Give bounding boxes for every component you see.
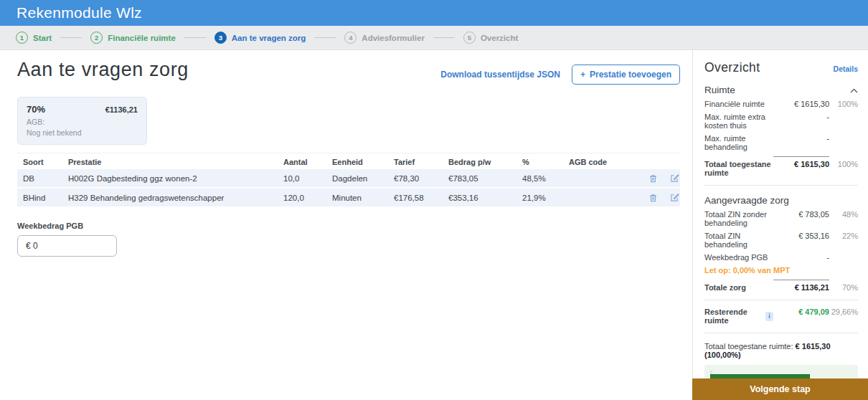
divider [704,300,858,300]
ruimte-total-row: Totaal toegestane ruimte € 1615,30 100% [704,156,858,177]
download-json-link[interactable]: Download tussentijdse JSON [440,70,560,80]
step-connector [184,37,206,39]
summary-amount: €1136,21 [105,105,138,114]
step-number: 1 [16,32,28,44]
col-bedrag: Bedrag p/w [448,158,522,166]
overview-sidebar: Overzicht Details Ruimte Financiële ruim… [692,50,868,378]
trash-icon [648,173,658,183]
zorg-row: Totaal ZIN behandeling € 353,16 22% [704,232,858,249]
wizard-stepper: 1 Start 2 Financiële ruimte 3 Aan te vra… [0,26,868,50]
cell-tarief: €176,58 [394,194,448,202]
step-financiele-ruimte[interactable]: 2 Financiële ruimte [90,32,176,44]
edit-icon [670,193,679,202]
col-eenheid: Eenheid [332,158,394,166]
page-title: Aan te vragen zorg [17,59,189,81]
budget-summary-card: 70% €1136,21 AGB: Nog niet bekend [17,97,147,145]
add-prestatie-button[interactable]: + Prestatie toevoegen [572,65,680,85]
delete-row-button[interactable] [648,192,659,203]
plus-icon: + [580,70,585,80]
collapse-ruimte-button[interactable] [850,85,858,95]
cell-eenheid: Dagdelen [332,174,394,183]
resterende-ruimte-pct: 29,66% [829,308,858,316]
divider [704,333,858,333]
col-tarief: Tarief [394,158,448,166]
cell-pct: 48,5% [522,174,569,183]
step-label: Aan te vragen zorg [232,34,306,42]
cell-bedrag: €353,16 [448,194,522,202]
rekenmodule-app: Rekenmodule Wlz 1 Start 2 Financiële rui… [0,0,868,400]
cell-prestatie: H002G Dagbesteding ggz wonen-2 [68,174,283,183]
step-label: Financiële ruimte [108,34,176,42]
zorg-total-row: Totale zorg € 1136,21 70% [704,280,858,292]
cell-aantal: 10,0 [283,174,332,183]
cell-pct: 21,9% [522,194,569,202]
resterende-ruimte-row: Resterende ruimte i € 479,09 29,66% [704,308,858,325]
pgb-input[interactable] [17,235,117,257]
step-aan-te-vragen-zorg[interactable]: 3 Aan te vragen zorg [214,32,306,44]
step-connector [60,37,82,39]
step-connector [314,37,336,39]
details-link[interactable]: Details [834,65,858,73]
cell-bedrag: €783,05 [448,174,522,183]
edit-row-button[interactable] [669,192,680,203]
app-header: Rekenmodule Wlz [0,0,868,26]
step-number: 3 [214,32,227,44]
step-number: 2 [90,32,103,44]
table-row: BHind H329 Behandeling gedragswetenschap… [17,189,680,206]
cell-tarief: €78,30 [394,174,448,183]
trash-icon [648,193,658,202]
sidebar-title: Overzicht [704,60,760,75]
resterende-ruimte-value: € 479,09 [773,308,829,316]
chevron-up-icon [850,88,858,93]
ruimte-heading: Ruimte [704,85,735,95]
step-label: Adviesformulier [362,34,425,42]
step-adviesformulier[interactable]: 4 Adviesformulier [344,32,425,44]
step-start[interactable]: 1 Start [16,32,52,44]
volgende-stap-button[interactable]: Volgende stap [692,378,868,400]
pgb-field: Weekbedrag PGB [17,222,680,257]
zorg-row: Weekbedrag PGB - [704,253,858,262]
summary-percent: 70% [27,104,45,115]
resterende-ruimte-label: Resterende ruimte [704,308,762,325]
table-row: DB H002G Dagbesteding ggz wonen-2 10,0 D… [17,169,680,187]
zorg-row: Totaal ZIN zonder behandeling € 783,05 4… [704,210,858,227]
divider [704,185,858,186]
edit-icon [670,173,679,183]
cell-eenheid: Minuten [332,194,394,202]
step-number: 4 [344,32,357,44]
edit-row-button[interactable] [669,173,680,184]
col-prestatie: Prestatie [68,158,283,166]
ruimte-row: Financiële ruimte € 1615,30 100% [704,100,858,108]
step-label: Start [33,34,52,42]
col-soort: Soort [23,158,68,166]
col-aantal: Aantal [283,158,332,166]
step-label: Overzicht [481,34,518,42]
main-content: Aan te vragen zorg Download tussentijdse… [17,50,680,257]
ruimte-row: Max. ruimte extra kosten thuis - [704,113,858,130]
delete-row-button[interactable] [648,173,659,184]
agb-value: Nog niet bekend [27,128,138,138]
app-title: Rekenmodule Wlz [16,4,142,22]
pgb-label: Weekbedrag PGB [17,222,680,230]
ruimte-row: Max. ruimte behandeling - [704,134,858,151]
col-agb-code: AGB code [569,158,648,166]
mpt-warning: Let op: 0,00% van MPT [704,266,858,275]
add-prestatie-label: Prestatie toevoegen [590,70,671,80]
cell-prestatie: H329 Behandeling gedragswetenschapper [68,194,283,202]
step-number: 5 [463,32,476,44]
step-overzicht[interactable]: 5 Overzicht [463,32,518,44]
cell-soort: BHind [23,194,68,202]
prestatie-table: Soort Prestatie Aantal Eenheid Tarief Be… [17,153,680,206]
agb-label: AGB: [27,117,138,128]
step-connector [433,37,455,39]
info-icon[interactable]: i [765,312,773,321]
col-pct: % [522,158,569,166]
chart-title: Totaal toegestane ruimte: € 1615,30 (100… [704,342,858,359]
table-header-row: Soort Prestatie Aantal Eenheid Tarief Be… [17,153,680,168]
cell-soort: DB [23,174,68,183]
cell-aantal: 120,0 [283,194,332,202]
aangevraagde-zorg-heading: Aangevraagde zorg [704,195,789,206]
